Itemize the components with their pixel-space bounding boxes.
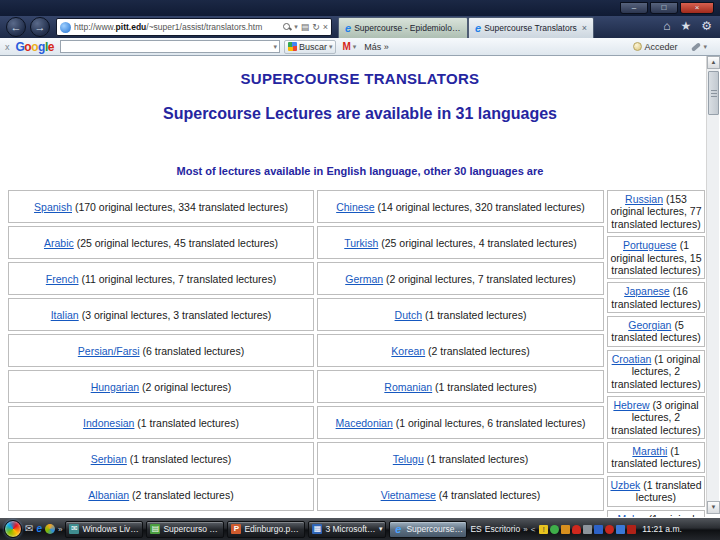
table-cell-indonesian: Indonesian (1 translated lectures) bbox=[8, 406, 314, 439]
taskbar-button-supercurso-de-pit[interactable]: ▤Supercurso de Pit... bbox=[146, 521, 224, 538]
stop-icon[interactable]: × bbox=[323, 22, 328, 32]
table-cell-telugu: Telugu (1 translated lectures) bbox=[317, 442, 604, 475]
language-link-chinese[interactable]: Chinese bbox=[336, 201, 375, 213]
back-button[interactable]: ← bbox=[6, 17, 26, 37]
window-titlebar: – □ × bbox=[0, 0, 720, 16]
quicklaunch-mail-icon[interactable]: ✉ bbox=[25, 523, 33, 535]
tray-collapse-icon[interactable]: < bbox=[531, 525, 536, 534]
language-link-uzbek[interactable]: Uzbek bbox=[610, 479, 640, 491]
warning-tray-icon[interactable]: ! bbox=[539, 525, 548, 534]
scroll-down-icon[interactable]: ▼ bbox=[707, 501, 720, 514]
more-menu[interactable]: Más » bbox=[364, 42, 389, 52]
desktop-overflow-icon[interactable]: » bbox=[523, 525, 527, 534]
lecture-count: (3 original lectures, 3 translated lectu… bbox=[79, 309, 272, 321]
app-tray-icon[interactable] bbox=[605, 525, 614, 534]
sign-in-button[interactable]: Acceder bbox=[633, 42, 677, 52]
start-button[interactable] bbox=[4, 520, 22, 538]
language-link-vietnamese[interactable]: Vietnamese bbox=[381, 489, 436, 501]
refresh-icon[interactable]: ↻ bbox=[312, 22, 320, 32]
language-link-macedonian[interactable]: Macedonian bbox=[336, 417, 393, 429]
quicklaunch-media-icon[interactable] bbox=[45, 524, 55, 534]
lecture-count: (1 translated lectures) bbox=[134, 417, 238, 429]
lecture-count: (11 original lectures, 7 translated lect… bbox=[79, 273, 277, 285]
toolbar-options-button[interactable]: ▾ bbox=[691, 43, 707, 51]
page-note: Most of lectures available in English la… bbox=[0, 165, 720, 177]
language-link-german[interactable]: German bbox=[345, 273, 383, 285]
language-link-french[interactable]: French bbox=[46, 273, 79, 285]
language-link-arabic[interactable]: Arabic bbox=[44, 237, 74, 249]
language-link-hungarian[interactable]: Hungarian bbox=[91, 381, 139, 393]
table-cell-albanian: Albanian (2 translated lectures) bbox=[8, 478, 314, 511]
network-tray-icon[interactable] bbox=[594, 525, 603, 534]
language-link-hebrew[interactable]: Hebrew bbox=[613, 399, 649, 411]
home-icon[interactable]: ⌂ bbox=[663, 19, 670, 33]
search-dropdown-icon[interactable]: ▾ bbox=[294, 23, 298, 31]
search-icon[interactable] bbox=[283, 23, 291, 31]
gmail-dropdown-icon[interactable]: ▾ bbox=[353, 43, 357, 51]
language-link-albanian[interactable]: Albanian bbox=[88, 489, 129, 501]
language-link-italian[interactable]: Italian bbox=[51, 309, 79, 321]
language-link-malay[interactable]: Malay bbox=[617, 513, 645, 518]
toolbar-close-icon[interactable]: x bbox=[5, 42, 10, 52]
tab-supercourse-epidemiology[interactable]: e Supercourse - Epidemiology, t... bbox=[338, 17, 468, 38]
buscar-button[interactable]: Buscar ▾ bbox=[284, 40, 337, 54]
language-indicator[interactable]: ES bbox=[470, 524, 481, 534]
table-cell-german: German (2 original lectures, 7 translate… bbox=[317, 262, 604, 295]
mail-icon: ✉ bbox=[69, 524, 79, 534]
language-link-indonesian[interactable]: Indonesian bbox=[83, 417, 134, 429]
settings-gear-icon[interactable]: ⚙ bbox=[701, 19, 712, 33]
search-history-dropdown-icon[interactable]: ▾ bbox=[273, 43, 277, 51]
language-link-russian[interactable]: Russian bbox=[625, 193, 663, 205]
language-link-spanish[interactable]: Spanish bbox=[34, 201, 72, 213]
status-ok-tray-icon[interactable] bbox=[550, 525, 559, 534]
language-link-portuguese[interactable]: Portuguese bbox=[623, 239, 677, 251]
update-tray-icon[interactable] bbox=[616, 525, 625, 534]
lecture-count: (1 translated lectures) bbox=[424, 453, 528, 465]
scrollbar-thumb[interactable] bbox=[708, 71, 719, 115]
favorites-star-icon[interactable]: ★ bbox=[680, 19, 691, 33]
taskbar-clock[interactable]: 11:21 a.m. bbox=[642, 524, 682, 534]
language-link-marathi[interactable]: Marathi bbox=[632, 445, 667, 457]
language-link-georgian[interactable]: Georgian bbox=[628, 319, 671, 331]
buscar-dropdown-icon[interactable]: ▾ bbox=[329, 43, 333, 51]
page-icon[interactable]: ▤ bbox=[301, 22, 310, 32]
group-dropdown-icon[interactable]: ▾ bbox=[379, 525, 383, 533]
address-bar[interactable]: http://www.pitt.edu/~super1/assist/trans… bbox=[56, 18, 332, 36]
taskbar-button-supercourse-tran[interactable]: eSupercourse Tran... bbox=[389, 521, 467, 538]
desktop-toolbar-label[interactable]: Escritorio bbox=[485, 524, 520, 534]
scroll-up-icon[interactable]: ▲ bbox=[707, 56, 720, 69]
maximize-button[interactable]: □ bbox=[650, 2, 678, 14]
close-button[interactable]: × bbox=[680, 2, 714, 14]
language-link-dutch[interactable]: Dutch bbox=[395, 309, 422, 321]
table-cell-korean: Korean (2 translated lectures) bbox=[317, 334, 604, 367]
language-link-telugu[interactable]: Telugu bbox=[393, 453, 424, 465]
lecture-count: (2 original lectures, 7 translated lectu… bbox=[383, 273, 576, 285]
language-link-croatian[interactable]: Croatian bbox=[612, 353, 652, 365]
antivirus-tray-icon[interactable] bbox=[572, 525, 581, 534]
volume-tray-icon[interactable] bbox=[627, 525, 636, 534]
language-link-persian-farsi[interactable]: Persian/Farsi bbox=[78, 345, 140, 357]
language-link-turkish[interactable]: Turkish bbox=[344, 237, 378, 249]
language-link-romanian[interactable]: Romanian bbox=[384, 381, 432, 393]
taskbar-button-3-microsoft-offi[interactable]: ▦3 Microsoft Offi...▾ bbox=[308, 521, 386, 538]
taskbar-button-edinburgo-ppt[interactable]: PEdinburgo.ppt [... bbox=[227, 521, 305, 538]
options-dropdown-icon[interactable]: ▾ bbox=[703, 43, 707, 51]
language-link-serbian[interactable]: Serbian bbox=[91, 453, 127, 465]
quicklaunch-overflow-icon[interactable]: » bbox=[58, 525, 62, 534]
quicklaunch-ie-icon[interactable]: e bbox=[36, 523, 42, 535]
language-link-japanese[interactable]: Japanese bbox=[624, 285, 670, 297]
tab-supercourse-translators[interactable]: e Supercourse Translators × bbox=[468, 17, 594, 38]
forward-button[interactable]: → bbox=[30, 17, 50, 37]
sign-in-label: Acceder bbox=[644, 42, 677, 52]
minimize-button[interactable]: – bbox=[620, 2, 648, 14]
gmail-button[interactable]: M ▾ bbox=[342, 41, 356, 52]
security-shield-tray-icon[interactable] bbox=[561, 525, 570, 534]
taskbar-button-windows-live-m[interactable]: ✉Windows Live M... bbox=[65, 521, 143, 538]
tab-close-icon[interactable]: × bbox=[582, 23, 587, 33]
vertical-scrollbar[interactable]: ▲ ▼ bbox=[706, 56, 719, 514]
url-text[interactable]: http://www.pitt.edu/~super1/assist/trans… bbox=[74, 22, 283, 32]
utility-tray-icon[interactable] bbox=[583, 525, 592, 534]
table-cell-uzbek: Uzbek (1 translated lectures) bbox=[607, 476, 705, 507]
language-link-korean[interactable]: Korean bbox=[391, 345, 425, 357]
toolbar-search-input[interactable]: ▾ bbox=[60, 40, 280, 53]
